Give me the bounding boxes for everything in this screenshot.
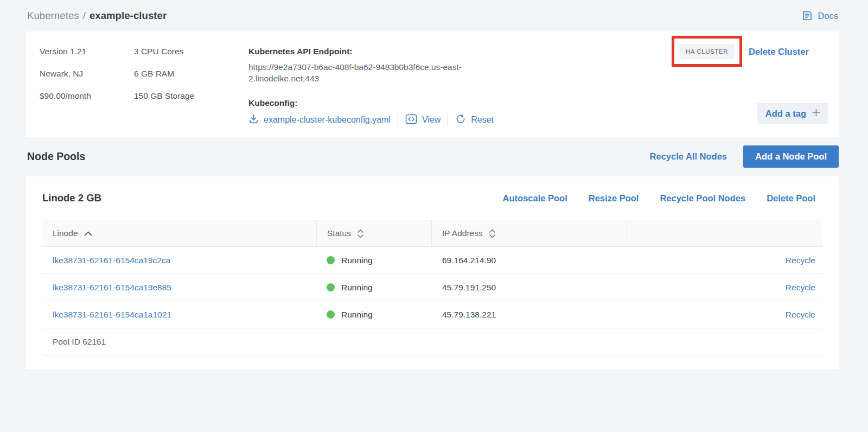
cluster-cpu: 3 CPU Cores (134, 46, 248, 58)
recycle-all-nodes-button[interactable]: Recycle All Nodes (650, 151, 727, 162)
reset-label: Reset (471, 115, 494, 125)
recycle-node-button[interactable]: Recycle (786, 310, 815, 319)
autoscale-pool-button[interactable]: Autoscale Pool (503, 193, 567, 204)
api-endpoint-url: https://9e2a7307-b6ac-408f-ba62-9483b0b3… (248, 61, 498, 84)
pool-header: Linode 2 GB Autoscale Pool Resize Pool R… (42, 176, 822, 220)
breadcrumb: Kubernetes/example-cluster (27, 10, 167, 22)
resize-pool-button[interactable]: Resize Pool (589, 193, 639, 204)
cluster-ram: 6 GB RAM (134, 68, 248, 80)
node-ip: 45.79.138.221 (431, 310, 627, 320)
api-endpoint-label: Kubernetes API Endpoint: (248, 46, 505, 58)
endpoint-section: Kubernetes API Endpoint: https://9e2a730… (248, 46, 505, 124)
code-icon (405, 114, 417, 126)
docs-link[interactable]: Docs (802, 10, 838, 21)
docs-label: Docs (818, 11, 838, 21)
column-header-ip-address[interactable]: IP Address (431, 220, 627, 246)
node-status: Running (316, 283, 431, 293)
node-ip: 69.164.214.90 (431, 256, 627, 265)
add-tag-label: Add a tag (765, 109, 806, 119)
kubeconfig-actions: example-cluster-kubeconfig.yaml View (248, 113, 505, 126)
kubeconfig-download-link[interactable]: example-cluster-kubeconfig.yaml (248, 113, 391, 126)
node-link[interactable]: lke38731-62161-6154ca19c2ca (53, 256, 170, 265)
kubeconfig-label: Kubeconfig: (248, 97, 505, 109)
nodes-table: Linode Status (42, 220, 822, 355)
cluster-summary-card: Version 1.21 Newark, NJ $90.00/month 3 C… (26, 31, 839, 137)
table-row: lke38731-62161-6154ca19e885 Running 45.7… (42, 274, 822, 301)
table-row: lke38731-62161-6154ca1a1021 Running 45.7… (42, 301, 822, 328)
pool-name: Linode 2 GB (42, 192, 101, 204)
pool-id-footer: Pool ID 62161 (42, 328, 822, 355)
recycle-node-button[interactable]: Recycle (786, 256, 815, 265)
ha-cluster-badge: HA CLUSTER (679, 44, 735, 59)
recycle-pool-nodes-button[interactable]: Recycle Pool Nodes (660, 193, 745, 204)
top-bar: Kubernetes/example-cluster Docs (26, 0, 839, 31)
pool-actions: Autoscale Pool Resize Pool Recycle Pool … (503, 193, 822, 204)
column-header-actions (627, 220, 822, 246)
kubernetes-cluster-page: Kubernetes/example-cluster Docs Version … (0, 0, 868, 369)
reset-icon (455, 113, 466, 126)
running-status-icon (327, 283, 335, 291)
node-status: Running (316, 256, 431, 265)
node-pools-actions: Recycle All Nodes Add a Node Pool (650, 145, 839, 168)
node-pools-title: Node Pools (27, 150, 85, 163)
running-status-icon (327, 310, 335, 319)
cluster-storage: 150 GB Storage (134, 90, 248, 102)
recycle-node-button[interactable]: Recycle (786, 283, 815, 292)
running-status-icon (327, 256, 335, 264)
delete-pool-button[interactable]: Delete Pool (767, 193, 815, 204)
sort-asc-icon (84, 231, 92, 236)
divider (398, 115, 398, 126)
download-icon (248, 113, 259, 126)
node-link[interactable]: lke38731-62161-6154ca1a1021 (53, 310, 171, 319)
cluster-region: Newark, NJ (40, 68, 134, 80)
node-pool-card: Linode 2 GB Autoscale Pool Resize Pool R… (26, 176, 839, 369)
node-status: Running (316, 310, 431, 320)
node-pools-header: Node Pools Recycle All Nodes Add a Node … (26, 137, 839, 176)
node-link[interactable]: lke38731-62161-6154ca19e885 (53, 283, 171, 292)
kubeconfig-reset-button[interactable]: Reset (455, 113, 494, 126)
sort-both-icon (489, 229, 496, 238)
view-label: View (422, 115, 441, 125)
divider (448, 115, 448, 126)
nodes-table-header: Linode Status (42, 220, 822, 247)
annotation-highlight-box: HA CLUSTER (672, 36, 742, 67)
add-tag-button[interactable]: Add a tag (757, 103, 828, 124)
node-ip: 45.79.191.250 (431, 283, 627, 293)
breadcrumb-kubernetes[interactable]: Kubernetes (27, 10, 79, 21)
plus-icon (812, 109, 820, 118)
kubeconfig-view-button[interactable]: View (405, 114, 441, 126)
add-node-pool-button[interactable]: Add a Node Pool (743, 145, 839, 168)
table-row: lke38731-62161-6154ca19c2ca Running 69.1… (42, 247, 822, 274)
breadcrumb-separator: / (83, 10, 86, 21)
breadcrumb-cluster-name: example-cluster (90, 10, 167, 21)
sort-both-icon (357, 229, 364, 238)
delete-cluster-button[interactable]: Delete Cluster (749, 47, 809, 57)
cluster-specs-column-1: Version 1.21 Newark, NJ $90.00/month (40, 46, 134, 124)
cluster-price: $90.00/month (40, 90, 134, 102)
column-header-status[interactable]: Status (316, 220, 431, 246)
docs-icon (802, 10, 813, 21)
column-header-linode[interactable]: Linode (42, 220, 316, 246)
cluster-specs-column-2: 3 CPU Cores 6 GB RAM 150 GB Storage (134, 46, 248, 124)
kubeconfig-filename: example-cluster-kubeconfig.yaml (264, 115, 391, 125)
cluster-version: Version 1.21 (40, 46, 134, 58)
